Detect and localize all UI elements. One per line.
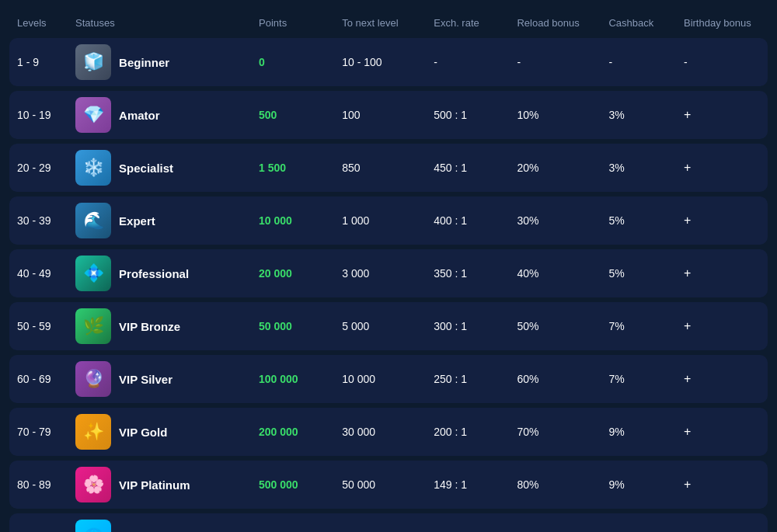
col-header-points: Points (251, 12, 334, 33)
cell-status: 🧊Beginner (68, 38, 251, 86)
cell-points: 20 000 (251, 249, 334, 297)
cell-birthday-bonus: + (676, 91, 768, 139)
cell-levels: 1 - 9 (9, 38, 68, 86)
cell-points: 0 (251, 38, 334, 86)
status-name: Expert (119, 214, 155, 228)
cell-exch-rate: 350 : 1 (426, 249, 509, 297)
cell-birthday-bonus: + (676, 302, 768, 350)
table-header-row: Levels Statuses Points To next level Exc… (9, 12, 768, 33)
cell-levels: 90 - 99 (9, 513, 68, 532)
cell-points: 100 000 (251, 355, 334, 403)
col-header-cashback: Cashback (601, 12, 676, 33)
table-row: 50 - 59🌿VIP Bronze50 0005 000300 : 150%7… (9, 302, 768, 350)
status-icon: 💠 (75, 256, 111, 291)
cell-reload-bonus: 30% (509, 196, 601, 245)
cell-cashback: 9% (601, 408, 676, 456)
cell-points: 1 500 (251, 144, 334, 192)
status-name: VIP Platinum (119, 478, 190, 492)
cell-to-next: 5 000 (334, 302, 426, 350)
status-icon: 🌿 (75, 308, 111, 344)
cell-birthday-bonus: + (676, 249, 768, 297)
cell-reload-bonus: 70% (509, 408, 601, 456)
cell-to-next: 100 (334, 91, 426, 139)
table-row: 80 - 89🌸VIP Platinum500 00050 000149 : 1… (9, 461, 768, 509)
table-row: 90 - 99🌐VIP Diamond1 000 000100 000100 :… (9, 513, 768, 532)
cell-levels: 20 - 29 (9, 144, 68, 192)
cell-cashback: - (601, 38, 676, 86)
cell-levels: 10 - 19 (9, 91, 68, 139)
cell-birthday-bonus: + (676, 513, 768, 532)
cell-status: 💎Amator (68, 91, 251, 139)
cell-points: 200 000 (251, 408, 334, 456)
cell-cashback: 12% (601, 513, 676, 532)
col-header-birthday-bonus: Birthday bonus (676, 12, 768, 33)
col-header-statuses: Statuses (68, 12, 251, 33)
cell-levels: 60 - 69 (9, 355, 68, 403)
cell-to-next: 10 - 100 (334, 38, 426, 86)
status-name: VIP Gold (119, 426, 167, 439)
table-row: 60 - 69🔮VIP Silver100 00010 000250 : 160… (9, 355, 768, 403)
cell-reload-bonus: 90% (509, 513, 601, 532)
cell-status: 🌊Expert (68, 196, 251, 245)
status-icon: 🌸 (75, 467, 111, 502)
cell-status: 💠Professional (68, 249, 251, 297)
status-icon: ❄️ (75, 150, 111, 186)
loyalty-table: Levels Statuses Points To next level Exc… (9, 8, 768, 532)
cell-points: 500 000 (251, 461, 334, 509)
cell-reload-bonus: 20% (509, 144, 601, 192)
table-row: 10 - 19💎Amator500100500 : 110%3%+ (9, 91, 768, 139)
cell-birthday-bonus: - (676, 38, 768, 86)
status-icon: 🔮 (75, 361, 111, 397)
cell-levels: 30 - 39 (9, 196, 68, 245)
cell-status: 🌐VIP Diamond (68, 513, 251, 532)
cell-status: 🌸VIP Platinum (68, 461, 251, 509)
cell-levels: 50 - 59 (9, 302, 68, 350)
cell-status: 🌿VIP Bronze (68, 302, 251, 350)
cell-exch-rate: 100 : 1 (426, 513, 509, 532)
status-name: Professional (119, 267, 189, 280)
cell-reload-bonus: - (509, 38, 601, 86)
table-row: 20 - 29❄️Specialist1 500850450 : 120%3%+ (9, 144, 768, 192)
table-row: 30 - 39🌊Expert10 0001 000400 : 130%5%+ (9, 196, 768, 245)
cell-birthday-bonus: + (676, 355, 768, 403)
cell-points: 1 000 000 (251, 513, 334, 532)
cell-to-next: 1 000 (334, 196, 426, 245)
cell-birthday-bonus: + (676, 408, 768, 456)
table-row: 40 - 49💠Professional20 0003 000350 : 140… (9, 249, 768, 297)
cell-exch-rate: 250 : 1 (426, 355, 509, 403)
col-header-levels: Levels (9, 12, 68, 33)
cell-to-next: 50 000 (334, 461, 426, 509)
cell-to-next: 10 000 (334, 355, 426, 403)
cell-reload-bonus: 40% (509, 249, 601, 297)
cell-levels: 40 - 49 (9, 249, 68, 297)
status-icon: ✨ (75, 414, 111, 450)
status-name: Amator (119, 109, 160, 122)
col-header-exch-rate: Exch. rate (426, 12, 509, 33)
cell-reload-bonus: 10% (509, 91, 601, 139)
cell-birthday-bonus: + (676, 461, 768, 509)
cell-exch-rate: 450 : 1 (426, 144, 509, 192)
cell-cashback: 7% (601, 302, 676, 350)
cell-to-next: 850 (334, 144, 426, 192)
cell-birthday-bonus: + (676, 144, 768, 192)
status-icon: 🌐 (75, 520, 111, 532)
status-name: VIP Bronze (119, 320, 180, 333)
cell-cashback: 3% (601, 91, 676, 139)
cell-exch-rate: 500 : 1 (426, 91, 509, 139)
status-name: Beginner (119, 56, 169, 69)
cell-cashback: 3% (601, 144, 676, 192)
cell-cashback: 5% (601, 196, 676, 245)
col-header-to-next: To next level (334, 12, 426, 33)
cell-cashback: 9% (601, 461, 676, 509)
cell-status: 🔮VIP Silver (68, 355, 251, 403)
status-name: Specialist (119, 162, 173, 175)
cell-cashback: 7% (601, 355, 676, 403)
cell-reload-bonus: 50% (509, 302, 601, 350)
cell-points: 50 000 (251, 302, 334, 350)
cell-status: ❄️Specialist (68, 144, 251, 192)
loyalty-table-container: Levels Statuses Points To next level Exc… (0, 0, 777, 532)
cell-birthday-bonus: + (676, 196, 768, 245)
status-icon: 💎 (75, 97, 111, 133)
cell-to-next: 30 000 (334, 408, 426, 456)
cell-to-next: 3 000 (334, 249, 426, 297)
